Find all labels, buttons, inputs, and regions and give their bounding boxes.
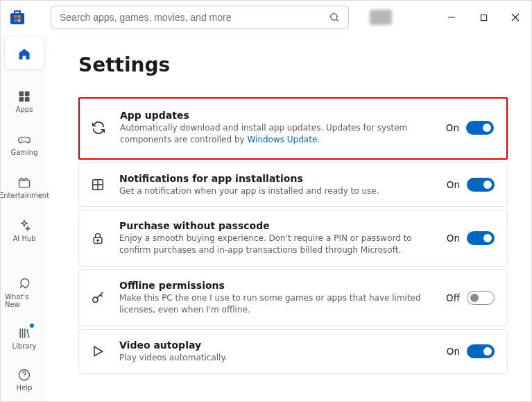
svg-rect-3 [14, 19, 17, 22]
setting-description: Make this PC the one I use to run some g… [119, 292, 434, 316]
sidebar-item-aihub[interactable]: AI Hub [5, 213, 44, 246]
setting-offline-permissions: Offline permissions Make this PC the one… [78, 269, 508, 326]
svg-rect-9 [19, 97, 24, 102]
setting-description: Enjoy a smooth buying experience. Don't … [119, 233, 434, 256]
sidebar-item-entertainment[interactable]: Entertainment [5, 170, 44, 203]
home-icon [17, 47, 31, 61]
sidebar-item-home[interactable] [5, 38, 44, 69]
sidebar-item-apps[interactable]: Apps [5, 84, 44, 117]
main-content: Settings App updates Automatically downl… [48, 34, 531, 402]
svg-rect-0 [10, 13, 24, 24]
setting-description: Play videos automatically. [119, 352, 434, 364]
svg-rect-6 [481, 15, 486, 20]
close-button[interactable] [499, 1, 531, 34]
setting-title: Video autoplay [119, 340, 434, 351]
sidebar-item-label: Gaming [10, 149, 37, 156]
setting-title: App updates [120, 110, 434, 121]
setting-description: Get a notification when your app is inst… [119, 185, 434, 197]
setting-notifications: Notifications for app installations Get … [78, 162, 508, 208]
sidebar-item-gaming[interactable]: Gaming [5, 127, 44, 160]
toggle-state-label: On [447, 179, 460, 190]
title-bar [1, 1, 531, 34]
svg-rect-7 [19, 92, 24, 97]
setting-purchase-passcode: Purchase without passcode Enjoy a smooth… [78, 210, 508, 267]
toggle-state-label: On [446, 122, 459, 133]
maximize-button[interactable] [467, 1, 499, 34]
setting-title: Notifications for app installations [119, 173, 434, 184]
gaming-icon [17, 133, 31, 146]
sidebar-item-label: Apps [16, 106, 33, 113]
setting-title: Offline permissions [119, 280, 434, 291]
search-input[interactable] [60, 12, 329, 23]
notification-dot-icon [30, 324, 34, 328]
lock-icon [89, 229, 107, 247]
sidebar-item-label: Help [17, 384, 33, 392]
svg-rect-10 [25, 97, 30, 102]
sidebar-item-label: AI Hub [12, 235, 35, 242]
help-icon [17, 368, 31, 382]
window-controls [436, 1, 531, 34]
toggle-state-label: On [447, 346, 460, 357]
search-icon [329, 12, 340, 23]
sidebar-item-help[interactable]: Help [5, 362, 44, 396]
svg-point-16 [93, 297, 98, 302]
apps-icon [17, 90, 31, 103]
setting-app-updates: App updates Automatically download and i… [78, 97, 508, 160]
svg-point-5 [331, 14, 337, 20]
library-icon [17, 326, 31, 340]
sidebar-item-label: Library [12, 342, 37, 350]
avatar[interactable] [370, 10, 392, 25]
svg-rect-4 [18, 19, 21, 22]
store-logo-icon [9, 9, 26, 26]
sidebar: Apps Gaming Entertainment AI Hub What's … [1, 34, 48, 402]
search-box[interactable] [51, 6, 349, 29]
svg-rect-8 [25, 92, 30, 97]
svg-rect-11 [19, 181, 30, 187]
whatsnew-icon [17, 277, 31, 291]
toggle-app-updates[interactable] [466, 121, 494, 135]
svg-rect-2 [18, 15, 21, 18]
minimize-button[interactable] [436, 1, 467, 34]
play-icon [89, 342, 107, 360]
toggle-notifications[interactable] [467, 178, 495, 192]
aihub-icon [17, 219, 31, 233]
setting-description: Automatically download and install app u… [120, 122, 434, 146]
windows-update-link[interactable]: Windows Update [247, 135, 317, 144]
sidebar-item-label: Entertainment [0, 192, 49, 199]
toggle-offline-permissions[interactable] [467, 291, 495, 305]
svg-point-15 [97, 240, 98, 241]
sidebar-item-whatsnew[interactable]: What's New [5, 271, 44, 312]
sidebar-item-library[interactable]: Library [5, 321, 44, 354]
svg-rect-1 [14, 15, 17, 18]
toggle-video-autoplay[interactable] [467, 344, 495, 358]
grid-icon [89, 176, 107, 194]
toggle-state-label: Off [446, 292, 460, 303]
entertainment-icon [17, 176, 31, 190]
key-icon [89, 289, 107, 307]
sync-icon [89, 119, 108, 137]
toggle-state-label: On [447, 233, 460, 244]
sidebar-item-label: What's New [5, 293, 44, 308]
page-title: Settings [78, 53, 508, 76]
setting-title: Purchase without passcode [119, 220, 434, 231]
setting-video-autoplay: Video autoplay Play videos automatically… [78, 329, 508, 374]
toggle-purchase-passcode[interactable] [467, 231, 495, 245]
